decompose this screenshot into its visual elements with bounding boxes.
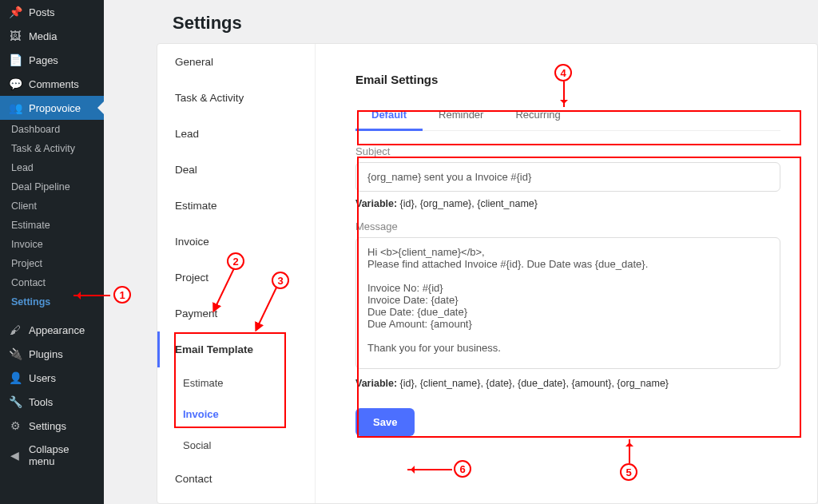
tab-tag[interactable]: Tag (157, 497, 315, 503)
message-label: Message (355, 220, 780, 232)
subtab-social[interactable]: Social (157, 430, 315, 461)
etab-recurring[interactable]: Recurring (499, 101, 576, 130)
brush-icon: 🖌 (8, 323, 22, 336)
sidebar-label: Users (29, 372, 56, 384)
tab-estimate[interactable]: Estimate (157, 188, 315, 224)
sidebar-item-comments[interactable]: 💬 Comments (0, 72, 104, 96)
subitem-project[interactable]: Project (0, 254, 104, 273)
tab-general[interactable]: General (157, 44, 315, 80)
etab-reminder[interactable]: Reminder (423, 101, 499, 130)
plug-icon: 🔌 (8, 347, 22, 360)
sidebar-item-appearance[interactable]: 🖌 Appearance (0, 318, 104, 342)
subject-input[interactable] (355, 162, 780, 192)
subtab-invoice[interactable]: Invoice (157, 399, 315, 430)
sidebar-item-pages[interactable]: 📄 Pages (0, 48, 104, 72)
sidebar-label: Media (29, 30, 57, 42)
tab-contact[interactable]: Contact (157, 461, 315, 497)
tab-email-template[interactable]: Email Template (157, 331, 315, 367)
users-icon: 👥 (8, 101, 22, 114)
tab-lead[interactable]: Lead (157, 116, 315, 152)
sidebar-label: Collapse menu (29, 443, 97, 467)
subject-label: Subject (355, 145, 780, 157)
media-icon: 🖼 (8, 30, 22, 42)
tab-task-activity[interactable]: Task & Activity (157, 80, 315, 116)
subject-variable-hint: Variable: {id}, {org_name}, {client_name… (355, 198, 780, 209)
comments-icon: 💬 (8, 77, 22, 90)
sidebar-label: Settings (29, 420, 66, 432)
sidebar-item-posts[interactable]: 📌 Posts (0, 0, 104, 24)
tab-deal[interactable]: Deal (157, 152, 315, 188)
sidebar-item-plugins[interactable]: 🔌 Plugins (0, 342, 104, 366)
sidebar-item-wp-settings[interactable]: ⚙ Settings (0, 414, 104, 438)
content-heading: Email Settings (355, 73, 780, 86)
wrench-icon: 🔧 (8, 395, 22, 408)
page-title: Settings (125, 0, 797, 48)
wp-admin-sidebar: 📌 Posts 🖼 Media 📄 Pages 💬 Comments 👥 Pro… (0, 0, 104, 504)
person-icon: 👤 (8, 371, 22, 384)
sidebar-item-users[interactable]: 👤 Users (0, 366, 104, 390)
message-variable-hint: Variable: {id}, {client_name}, {date}, {… (355, 378, 780, 389)
subitem-dashboard[interactable]: Dashboard (0, 120, 104, 139)
subitem-task-activity[interactable]: Task & Activity (0, 139, 104, 158)
etab-default[interactable]: Default (355, 101, 423, 131)
sidebar-label: Appearance (29, 324, 85, 336)
pages-icon: 📄 (8, 54, 22, 66)
settings-page: Settings General Task & Activity Lead De… (104, 0, 818, 504)
settings-tabs-column: General Task & Activity Lead Deal Estima… (157, 44, 316, 503)
subitem-invoice[interactable]: Invoice (0, 235, 104, 254)
subitem-estimate[interactable]: Estimate (0, 216, 104, 235)
settings-card: General Task & Activity Lead Deal Estima… (157, 43, 818, 504)
tab-invoice[interactable]: Invoice (157, 224, 315, 260)
collapse-icon: ◀ (8, 449, 22, 462)
sidebar-item-propovoice[interactable]: 👥 Propovoice (0, 96, 104, 120)
save-button[interactable]: Save (355, 408, 415, 436)
tab-payment[interactable]: Payment (157, 296, 315, 331)
settings-content: Email Settings Default Reminder Recurrin… (316, 44, 817, 503)
sidebar-item-collapse[interactable]: ◀ Collapse menu (0, 438, 104, 473)
subitem-contact[interactable]: Contact (0, 273, 104, 292)
subitem-settings[interactable]: Settings (0, 292, 104, 312)
message-textarea[interactable] (355, 237, 780, 369)
subitem-lead[interactable]: Lead (0, 158, 104, 177)
sidebar-label: Plugins (29, 348, 63, 360)
tab-project[interactable]: Project (157, 260, 315, 296)
subitem-client[interactable]: Client (0, 196, 104, 216)
sidebar-item-tools[interactable]: 🔧 Tools (0, 390, 104, 414)
sidebar-label: Tools (29, 396, 53, 408)
email-template-subtabs: Estimate Invoice Social (157, 367, 315, 461)
subtab-estimate[interactable]: Estimate (157, 367, 315, 399)
sidebar-item-media[interactable]: 🖼 Media (0, 24, 104, 48)
sidebar-label: Comments (29, 78, 79, 90)
push-pin-icon: 📌 (8, 6, 22, 18)
sidebar-label: Posts (29, 6, 55, 18)
email-settings-tabs: Default Reminder Recurring (355, 101, 780, 131)
sliders-icon: ⚙ (8, 419, 22, 432)
subitem-deal-pipeline[interactable]: Deal Pipeline (0, 177, 104, 196)
sidebar-label: Pages (29, 54, 58, 66)
sidebar-label: Propovoice (29, 102, 81, 114)
